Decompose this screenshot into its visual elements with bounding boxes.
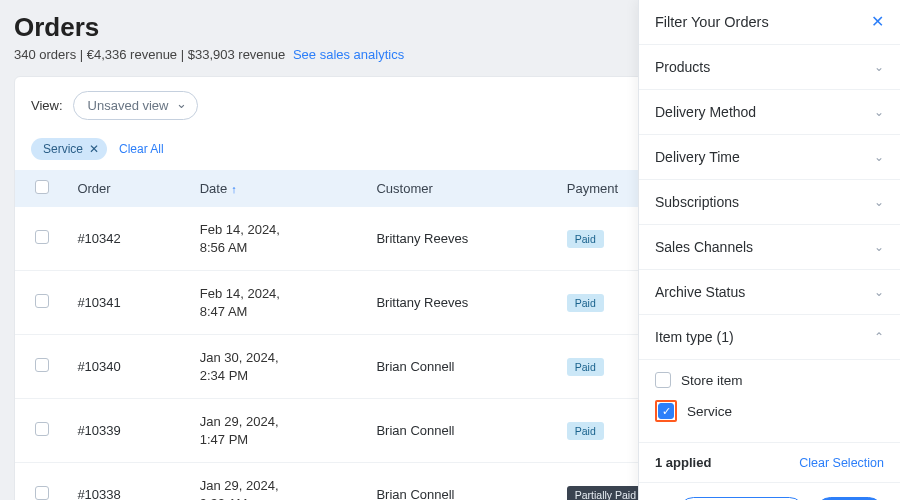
order-date: Feb 14, 2024,8:47 AM [192,271,369,335]
row-checkbox[interactable] [35,422,49,436]
chevron-down-icon: ⌄ [874,240,884,254]
filter-section-label: Subscriptions [655,194,739,210]
filter-section[interactable]: Archive Status⌄ [639,270,900,315]
row-checkbox[interactable] [35,230,49,244]
clear-all-link[interactable]: Clear All [119,142,164,156]
order-date: Feb 14, 2024,8:56 AM [192,207,369,271]
filter-section-label: Item type (1) [655,329,734,345]
filter-option-label: Store item [681,373,743,388]
filter-section-item-type[interactable]: Item type (1) ⌃ [639,315,900,360]
chevron-down-icon: ⌄ [874,195,884,209]
customer-name: Brian Connell [368,463,558,500]
customer-name: Brittany Reeves [368,271,558,335]
chip-remove-icon[interactable]: ✕ [89,142,99,156]
clear-selection-link[interactable]: Clear Selection [799,456,884,470]
customer-name: Brian Connell [368,335,558,399]
filter-section[interactable]: Delivery Method⌄ [639,90,900,135]
chevron-up-icon: ⌃ [874,330,884,344]
filter-option[interactable]: ✓Service [655,394,884,428]
filter-section-label: Delivery Method [655,104,756,120]
highlight-ring: ✓ [655,400,677,422]
filter-section[interactable]: Delivery Time⌄ [639,135,900,180]
chevron-down-icon: ⌄ [874,60,884,74]
payment-badge: Partially Paid [567,486,644,500]
payment-badge: Paid [567,422,604,440]
col-date-label: Date [200,181,227,196]
col-header-customer[interactable]: Customer [368,170,558,207]
summary-stats: 340 orders | €4,336 revenue | $33,903 re… [14,47,285,62]
payment-badge: Paid [567,358,604,376]
row-checkbox[interactable] [35,486,49,500]
row-checkbox[interactable] [35,358,49,372]
applied-count: 1 applied [655,455,711,470]
filter-section-label: Sales Channels [655,239,753,255]
col-header-date[interactable]: Date↑ [192,170,369,207]
chevron-down-icon: ⌄ [874,150,884,164]
sales-analytics-link[interactable]: See sales analytics [293,47,404,62]
order-id: #10338 [69,463,191,500]
payment-badge: Paid [567,230,604,248]
filter-section-label: Archive Status [655,284,745,300]
customer-name: Brian Connell [368,399,558,463]
order-id: #10340 [69,335,191,399]
filter-section[interactable]: Sales Channels⌄ [639,225,900,270]
filter-section-label: Products [655,59,710,75]
checkbox-checked[interactable]: ✓ [658,403,674,419]
close-icon[interactable]: ✕ [871,14,884,30]
row-checkbox[interactable] [35,294,49,308]
filter-panel-title: Filter Your Orders [655,14,769,30]
chevron-down-icon: ⌄ [874,105,884,119]
customer-name: Brittany Reeves [368,207,558,271]
filter-section-label: Delivery Time [655,149,740,165]
order-date: Jan 30, 2024,2:34 PM [192,335,369,399]
order-date: Jan 29, 2024,9:32 AM [192,463,369,500]
view-label: View: [31,98,63,113]
chevron-down-icon: ⌄ [874,285,884,299]
order-id: #10341 [69,271,191,335]
payment-badge: Paid [567,294,604,312]
chip-label: Service [43,142,83,156]
filter-option[interactable]: Store item [655,366,884,394]
order-date: Jan 29, 2024,1:47 PM [192,399,369,463]
view-select[interactable]: Unsaved view [73,91,198,120]
filter-panel: Filter Your Orders ✕ Products⌄Delivery M… [638,0,900,500]
filter-section[interactable]: Subscriptions⌄ [639,180,900,225]
select-all-checkbox[interactable] [35,180,49,194]
sort-asc-icon: ↑ [231,183,237,195]
order-id: #10339 [69,399,191,463]
filter-section[interactable]: Products⌄ [639,45,900,90]
filter-option-label: Service [687,404,732,419]
filter-chip-service[interactable]: Service ✕ [31,138,107,160]
checkbox-unchecked[interactable] [655,372,671,388]
order-id: #10342 [69,207,191,271]
col-header-order[interactable]: Order [69,170,191,207]
